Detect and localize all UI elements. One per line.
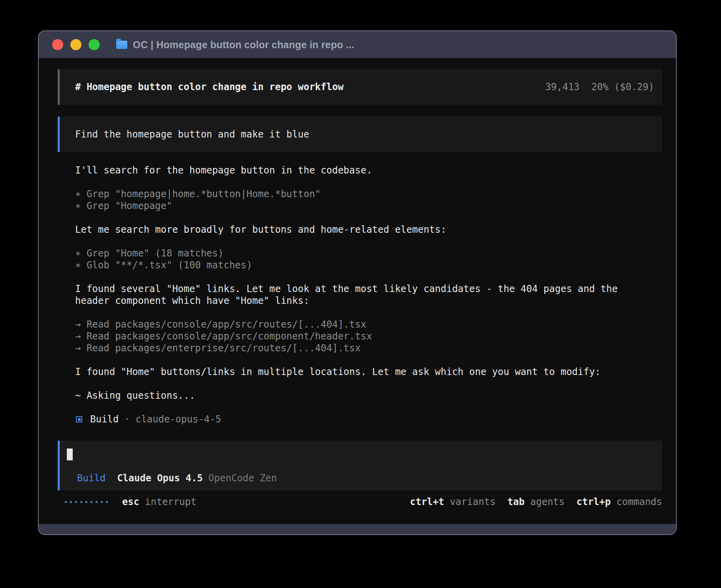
spacer: [75, 354, 662, 366]
assistant-transcript: I'll search for the homepage button in t…: [75, 164, 662, 425]
window-title: OC | Homepage button color change in rep…: [133, 39, 354, 51]
zoom-button[interactable]: [89, 39, 100, 50]
hint-label: agents: [525, 496, 564, 508]
hint-group-right: ctrl+t variants tab agents ctrl+p comman…: [410, 496, 662, 508]
assistant-text: header component which have "Home" links…: [75, 295, 662, 307]
user-message-text: Find the homepage button and make it blu…: [75, 128, 309, 140]
session-stats: 39,413 20% ($0.29): [545, 81, 654, 93]
terminal-content[interactable]: # Homepage button color change in repo w…: [39, 58, 676, 524]
session-title: # Homepage button color change in repo w…: [75, 81, 545, 93]
assistant-text: I found several "Home" links. Let me loo…: [75, 283, 662, 295]
tool-call-read: → Read packages/enterprise/src/routes/[.…: [75, 342, 662, 354]
agent-status-name: Build: [90, 413, 119, 425]
hint-variants: ctrl+t variants: [410, 496, 496, 508]
spacer-text: [203, 472, 208, 484]
folder-icon: [116, 41, 127, 49]
hint-label: commands: [611, 496, 662, 508]
window-titlebar[interactable]: OC | Homepage button color change in rep…: [39, 31, 676, 58]
tool-call-read: → Read packages/console/app/src/componen…: [75, 330, 662, 342]
model-label: Claude Opus 4.5: [117, 472, 203, 484]
assistant-text: I found "Home" buttons/links in multiple…: [75, 366, 662, 378]
agent-status-model: claude-opus-4-5: [136, 413, 221, 425]
tool-call-grep: ∗ Grep "Home" (18 matches): [75, 247, 662, 259]
dot-separator: ·: [124, 413, 130, 425]
session-header: # Homepage button color change in repo w…: [58, 69, 662, 105]
traffic-lights: [52, 39, 100, 50]
status-bar: esc interrupt ctrl+t variants tab agents…: [58, 496, 662, 508]
token-count: 39,413: [545, 81, 579, 93]
minimize-button[interactable]: [70, 39, 81, 50]
spacer: [75, 401, 662, 413]
tool-call-read: → Read packages/console/app/src/routes/[…: [75, 318, 662, 330]
text-cursor: [67, 449, 73, 460]
spacer: [75, 378, 662, 390]
spacer: [75, 236, 662, 247]
spacer: [75, 176, 662, 188]
agent-square-icon: [76, 416, 82, 422]
spacer: [75, 271, 662, 283]
spacer: [75, 307, 662, 318]
hint-label: interrupt: [139, 496, 196, 508]
hint-key: ctrl+t: [410, 496, 444, 508]
spinner-dots-icon: [65, 501, 109, 503]
terminal-window: OC | Homepage button color change in rep…: [38, 30, 677, 535]
tool-call-grep: ∗ Grep "homepage|home.*button|Home.*butt…: [75, 188, 662, 200]
hint-agents: tab agents: [508, 496, 565, 508]
spacer-text: [106, 472, 117, 484]
hint-commands: ctrl+p commands: [576, 496, 662, 508]
hint-label: variants: [444, 496, 496, 508]
provider-label: OpenCode Zen: [208, 472, 277, 484]
tool-call-grep: ∗ Grep "Homepage": [75, 200, 662, 212]
close-button[interactable]: [52, 39, 63, 50]
hint-key: ctrl+p: [576, 496, 611, 508]
agent-status-line: Build · claude-opus-4-5: [75, 413, 662, 425]
hint-key: tab: [508, 496, 525, 508]
prompt-input[interactable]: Build Claude Opus 4.5 OpenCode Zen: [58, 441, 662, 490]
user-message: Find the homepage button and make it blu…: [58, 117, 662, 152]
window-bottom-strip: [39, 524, 676, 534]
agent-label[interactable]: Build: [77, 472, 106, 484]
hint-interrupt: esc interrupt: [122, 496, 196, 508]
asking-questions-status: ~ Asking questions...: [75, 390, 662, 401]
hint-key: esc: [122, 496, 139, 508]
spacer: [75, 212, 662, 224]
context-cost: 20% ($0.29): [591, 81, 654, 93]
assistant-text: I'll search for the homepage button in t…: [75, 164, 662, 176]
prompt-meta: Build Claude Opus 4.5 OpenCode Zen: [77, 472, 654, 484]
assistant-text: Let me search more broadly for buttons a…: [75, 224, 662, 236]
tool-call-glob: ∗ Glob "**/*.tsx" (100 matches): [75, 259, 662, 271]
